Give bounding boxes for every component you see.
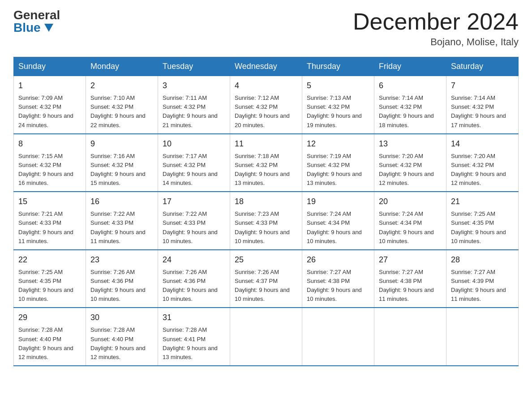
calendar-cell: 19 Sunrise: 7:24 AMSunset: 4:34 PMDaylig…	[302, 192, 374, 250]
day-number: 31	[163, 312, 225, 324]
calendar-cell: 10 Sunrise: 7:17 AMSunset: 4:32 PMDaylig…	[158, 134, 230, 192]
day-info: Sunrise: 7:09 AMSunset: 4:32 PMDaylight:…	[18, 94, 81, 130]
calendar-cell: 15 Sunrise: 7:21 AMSunset: 4:33 PMDaylig…	[14, 192, 86, 250]
day-info: Sunrise: 7:28 AMSunset: 4:40 PMDaylight:…	[18, 325, 81, 362]
calendar-table: SundayMondayTuesdayWednesdayThursdayFrid…	[13, 57, 519, 366]
day-number: 11	[235, 138, 297, 150]
calendar-cell: 8 Sunrise: 7:15 AMSunset: 4:32 PMDayligh…	[14, 134, 86, 192]
day-info: Sunrise: 7:24 AMSunset: 4:34 PMDaylight:…	[379, 210, 442, 246]
day-number: 29	[18, 312, 81, 324]
day-number: 5	[307, 80, 369, 92]
month-title: December 2024	[353, 9, 519, 34]
day-info: Sunrise: 7:18 AMSunset: 4:32 PMDaylight:…	[235, 152, 297, 188]
calendar-cell: 17 Sunrise: 7:22 AMSunset: 4:33 PMDaylig…	[158, 192, 230, 250]
calendar-cell: 7 Sunrise: 7:14 AMSunset: 4:32 PMDayligh…	[446, 76, 519, 134]
calendar-cell: 28 Sunrise: 7:27 AMSunset: 4:39 PMDaylig…	[446, 250, 519, 308]
day-info: Sunrise: 7:19 AMSunset: 4:32 PMDaylight:…	[307, 152, 369, 188]
calendar-cell: 5 Sunrise: 7:13 AMSunset: 4:32 PMDayligh…	[302, 76, 374, 134]
calendar-cell	[374, 308, 446, 366]
calendar-cell: 16 Sunrise: 7:22 AMSunset: 4:33 PMDaylig…	[86, 192, 158, 250]
day-number: 6	[379, 80, 442, 92]
day-number: 18	[235, 196, 297, 208]
day-info: Sunrise: 7:16 AMSunset: 4:32 PMDaylight:…	[90, 152, 153, 188]
day-number: 23	[90, 254, 153, 266]
day-info: Sunrise: 7:26 AMSunset: 4:36 PMDaylight:…	[163, 268, 225, 304]
day-info: Sunrise: 7:14 AMSunset: 4:32 PMDaylight:…	[451, 94, 514, 130]
day-info: Sunrise: 7:25 AMSunset: 4:35 PMDaylight:…	[451, 210, 514, 246]
calendar-cell: 24 Sunrise: 7:26 AMSunset: 4:36 PMDaylig…	[158, 250, 230, 308]
calendar-cell: 11 Sunrise: 7:18 AMSunset: 4:32 PMDaylig…	[230, 134, 302, 192]
day-number: 15	[18, 196, 81, 208]
day-info: Sunrise: 7:14 AMSunset: 4:32 PMDaylight:…	[379, 94, 442, 130]
day-number: 24	[163, 254, 225, 266]
calendar-header-row: SundayMondayTuesdayWednesdayThursdayFrid…	[14, 57, 519, 76]
header-day-monday: Monday	[86, 57, 158, 76]
calendar-cell: 4 Sunrise: 7:12 AMSunset: 4:32 PMDayligh…	[230, 76, 302, 134]
day-number: 17	[163, 196, 225, 208]
header-day-saturday: Saturday	[446, 57, 519, 76]
calendar-cell: 30 Sunrise: 7:28 AMSunset: 4:40 PMDaylig…	[86, 308, 158, 366]
day-number: 22	[18, 254, 81, 266]
day-number: 28	[451, 254, 514, 266]
day-number: 12	[307, 138, 369, 150]
logo-triangle-icon	[44, 24, 53, 32]
logo: General Blue	[13, 9, 60, 34]
day-number: 21	[451, 196, 514, 208]
calendar-cell: 26 Sunrise: 7:27 AMSunset: 4:38 PMDaylig…	[302, 250, 374, 308]
header-day-wednesday: Wednesday	[230, 57, 302, 76]
day-info: Sunrise: 7:20 AMSunset: 4:32 PMDaylight:…	[451, 152, 514, 188]
day-info: Sunrise: 7:28 AMSunset: 4:40 PMDaylight:…	[90, 325, 153, 362]
calendar-cell: 18 Sunrise: 7:23 AMSunset: 4:33 PMDaylig…	[230, 192, 302, 250]
calendar-cell: 23 Sunrise: 7:26 AMSunset: 4:36 PMDaylig…	[86, 250, 158, 308]
day-info: Sunrise: 7:26 AMSunset: 4:36 PMDaylight:…	[90, 268, 153, 304]
calendar-cell: 12 Sunrise: 7:19 AMSunset: 4:32 PMDaylig…	[302, 134, 374, 192]
day-info: Sunrise: 7:15 AMSunset: 4:32 PMDaylight:…	[18, 152, 81, 188]
day-number: 14	[451, 138, 514, 150]
calendar-cell	[446, 308, 519, 366]
day-number: 25	[235, 254, 297, 266]
calendar-cell: 1 Sunrise: 7:09 AMSunset: 4:32 PMDayligh…	[14, 76, 86, 134]
page-header: General Blue December 2024 Bojano, Molis…	[13, 9, 519, 48]
day-number: 8	[18, 138, 81, 150]
day-number: 19	[307, 196, 369, 208]
day-info: Sunrise: 7:10 AMSunset: 4:32 PMDaylight:…	[90, 94, 153, 130]
day-info: Sunrise: 7:25 AMSunset: 4:35 PMDaylight:…	[18, 268, 81, 304]
calendar-week-4: 22 Sunrise: 7:25 AMSunset: 4:35 PMDaylig…	[14, 250, 519, 308]
day-number: 26	[307, 254, 369, 266]
day-info: Sunrise: 7:24 AMSunset: 4:34 PMDaylight:…	[307, 210, 369, 246]
day-number: 13	[379, 138, 442, 150]
day-number: 20	[379, 196, 442, 208]
calendar-cell: 14 Sunrise: 7:20 AMSunset: 4:32 PMDaylig…	[446, 134, 519, 192]
day-number: 30	[90, 312, 153, 324]
header-day-tuesday: Tuesday	[158, 57, 230, 76]
calendar-week-1: 1 Sunrise: 7:09 AMSunset: 4:32 PMDayligh…	[14, 76, 519, 134]
calendar-cell: 29 Sunrise: 7:28 AMSunset: 4:40 PMDaylig…	[14, 308, 86, 366]
day-info: Sunrise: 7:13 AMSunset: 4:32 PMDaylight:…	[307, 94, 369, 130]
header-day-sunday: Sunday	[14, 57, 86, 76]
calendar-cell	[302, 308, 374, 366]
title-section: December 2024 Bojano, Molise, Italy	[353, 9, 519, 48]
calendar-week-5: 29 Sunrise: 7:28 AMSunset: 4:40 PMDaylig…	[14, 308, 519, 366]
day-info: Sunrise: 7:12 AMSunset: 4:32 PMDaylight:…	[235, 94, 297, 130]
day-number: 4	[235, 80, 297, 92]
calendar-cell: 3 Sunrise: 7:11 AMSunset: 4:32 PMDayligh…	[158, 76, 230, 134]
calendar-cell	[230, 308, 302, 366]
day-info: Sunrise: 7:22 AMSunset: 4:33 PMDaylight:…	[90, 210, 153, 246]
day-info: Sunrise: 7:20 AMSunset: 4:32 PMDaylight:…	[379, 152, 442, 188]
day-number: 10	[163, 138, 225, 150]
calendar-cell: 13 Sunrise: 7:20 AMSunset: 4:32 PMDaylig…	[374, 134, 446, 192]
day-info: Sunrise: 7:27 AMSunset: 4:38 PMDaylight:…	[307, 268, 369, 304]
day-number: 9	[90, 138, 153, 150]
day-number: 16	[90, 196, 153, 208]
calendar-week-3: 15 Sunrise: 7:21 AMSunset: 4:33 PMDaylig…	[14, 192, 519, 250]
calendar-cell: 2 Sunrise: 7:10 AMSunset: 4:32 PMDayligh…	[86, 76, 158, 134]
calendar-cell: 25 Sunrise: 7:26 AMSunset: 4:37 PMDaylig…	[230, 250, 302, 308]
day-number: 27	[379, 254, 442, 266]
location-label: Bojano, Molise, Italy	[353, 36, 519, 48]
calendar-cell: 9 Sunrise: 7:16 AMSunset: 4:32 PMDayligh…	[86, 134, 158, 192]
day-number: 7	[451, 80, 514, 92]
calendar-cell: 6 Sunrise: 7:14 AMSunset: 4:32 PMDayligh…	[374, 76, 446, 134]
header-day-thursday: Thursday	[302, 57, 374, 76]
logo-blue-text: Blue	[13, 21, 53, 34]
calendar-cell: 21 Sunrise: 7:25 AMSunset: 4:35 PMDaylig…	[446, 192, 519, 250]
